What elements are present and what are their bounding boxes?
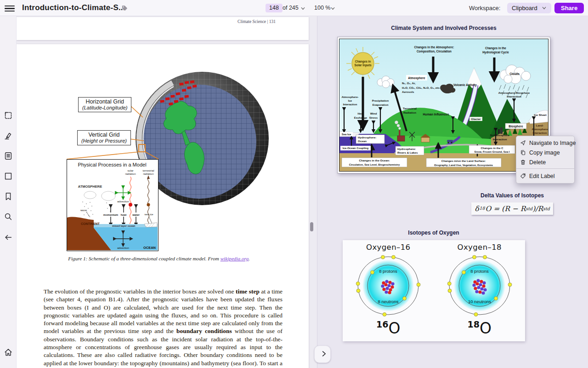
page-chevron-down-icon[interactable] — [300, 6, 305, 11]
physical-processes-box: Physical Processes in a Model solar radi… — [67, 159, 158, 251]
svg-text:Aerosols: Aerosols — [402, 90, 414, 93]
svg-text:Orography, Land Use, Vegetatio: Orography, Land Use, Vegetation, Ecosyst… — [434, 164, 493, 167]
document-title: Introduction-to-Climate-S... — [22, 3, 125, 12]
clip-image-delta-formula[interactable]: δ18O = (R − Rstd)/Rstd — [471, 202, 553, 215]
svg-text:Atmosphere: Atmosphere — [531, 128, 548, 131]
svg-text:OCEAN: OCEAN — [143, 246, 156, 250]
svg-text:Hydrosphere:: Hydrosphere: — [358, 136, 376, 139]
svg-text:Evaporation: Evaporation — [373, 104, 389, 106]
pdf-viewport: Climate Science | 131 — [17, 16, 317, 368]
svg-text:8 protons: 8 protons — [470, 269, 489, 274]
menu-icon[interactable] — [5, 4, 15, 12]
svg-text:Snow, Frozen Ground, Sea I: Snow, Frozen Ground, Sea I — [475, 150, 510, 153]
svg-text:mixed layer ocean: mixed layer ocean — [112, 224, 136, 227]
clip-image-oxygen-isotopes[interactable]: Oxygen–16 8 protons — [343, 240, 525, 341]
oxygen-16-atom: Oxygen–16 8 protons — [343, 240, 434, 341]
svg-text:Precipitation: Precipitation — [372, 99, 389, 102]
svg-text:Interaction: Interaction — [343, 103, 357, 106]
svg-text:Stress: Stress — [369, 116, 378, 119]
svg-text:Ice: Ice — [348, 99, 352, 102]
oxygen-16-symbol: 16O — [376, 319, 400, 337]
svg-text:Changes in the Ocean:: Changes in the Ocean: — [359, 159, 390, 162]
svg-text:Hydrological Cycle: Hydrological Cycle — [482, 51, 509, 54]
copy-icon — [520, 150, 526, 155]
svg-text:H₂O, CO₂, CH₄, N₂O, O₃, etc.: H₂O, CO₂, CH₄, N₂O, O₃, etc. — [402, 86, 441, 89]
image-context-menu: Navigate to Image Copy image Delete Edit… — [516, 136, 575, 184]
svg-text:Terrestrial: Terrestrial — [403, 107, 417, 110]
tag-icon[interactable] — [121, 5, 128, 12]
svg-text:Interaction: Interaction — [493, 138, 507, 141]
wikipedia-link[interactable]: wikipedia.org — [220, 256, 249, 261]
share-button[interactable]: Share — [554, 3, 584, 13]
toolbar: Introduction-to-Climate-S... 148 of 245 … — [0, 0, 588, 16]
notes-button[interactable] — [2, 150, 14, 162]
workspace-value: Clipboard — [512, 5, 537, 12]
svg-text:Ocean: Ocean — [358, 139, 367, 143]
oxygen-18-symbol: 18O — [468, 319, 492, 337]
rectangle-tool-button[interactable] — [2, 171, 14, 183]
svg-text:N₂, O₂, Ar,: N₂, O₂, Ar, — [402, 81, 416, 85]
back-arrow-button[interactable] — [2, 232, 14, 244]
bookmark-button[interactable] — [2, 191, 14, 203]
svg-text:Sea Ice: Sea Ice — [342, 133, 351, 136]
highlighter-button[interactable] — [2, 130, 14, 142]
formula-delta: δ — [475, 205, 479, 213]
svg-text:Atmosphere-: Atmosphere- — [341, 96, 358, 98]
svg-text:10 neutrons: 10 neutrons — [468, 299, 491, 304]
svg-text:Changes in: Changes in — [355, 60, 371, 63]
svg-text:Hydrosphere:: Hydrosphere: — [397, 147, 416, 150]
body-paragraph: The evolution of the prognostic variable… — [44, 288, 283, 368]
clip-item-title-climate: Climate System and Involved Processes — [337, 25, 550, 31]
zoom-chevron-down-icon[interactable] — [330, 6, 335, 11]
svg-text:Changes in the: Changes in the — [485, 46, 506, 50]
clip-item-title-isotopes: Isotopes of Oxygen — [388, 230, 480, 236]
label-vertical-grid: Vertical Grid (Height or Pressure) — [77, 130, 131, 145]
page-count-label: of 245 — [283, 5, 299, 11]
svg-text:Ice-Ocean Coupling: Ice-Ocean Coupling — [343, 147, 369, 150]
svg-text:Heat: Heat — [357, 112, 363, 115]
oxygen-18-atom: Oxygen–18 8 protons 10 neutrons — [434, 240, 526, 341]
svg-text:advection: advection — [117, 200, 129, 203]
pdf-page-previous: Climate Science | 131 — [17, 17, 309, 40]
scrollbar-thumb[interactable] — [310, 222, 313, 231]
menu-item-copy-image[interactable]: Copy image — [516, 148, 574, 157]
home-button[interactable] — [2, 347, 14, 359]
svg-text:Rivers & Lakes: Rivers & Lakes — [397, 151, 418, 154]
search-button[interactable] — [2, 211, 14, 223]
svg-text:terrestrial: terrestrial — [142, 169, 154, 172]
svg-text:advection: advection — [117, 247, 129, 249]
label-tag-icon — [520, 173, 526, 179]
svg-text:Biosphere: Biosphere — [509, 125, 523, 128]
svg-text:radiation: radiation — [125, 172, 136, 175]
svg-text:Volcanic Activity: Volcanic Activity — [453, 83, 477, 87]
svg-text:Wind: Wind — [370, 112, 377, 115]
clip-item-title-delta: Delta Values of Isotopes — [466, 192, 558, 199]
svg-text:Radiation: Radiation — [403, 111, 416, 114]
svg-text:Land-: Land- — [536, 124, 543, 127]
trash-icon — [520, 159, 526, 165]
svg-text:Clouds: Clouds — [509, 72, 520, 75]
menu-item-navigate-to-image[interactable]: Navigate to Image — [516, 138, 574, 148]
workspace-label: Workspace: — [469, 5, 500, 12]
panel-expand-button[interactable] — [314, 345, 331, 363]
menu-item-delete[interactable]: Delete — [516, 157, 574, 167]
zoom-level[interactable]: 100 % — [314, 5, 330, 11]
menu-item-edit-label[interactable]: Edit Label — [516, 171, 574, 181]
page-number-input[interactable]: 148 — [266, 4, 283, 12]
screenshot-area-button[interactable] — [2, 110, 14, 122]
svg-text:solar: solar — [127, 169, 133, 172]
svg-text:Soil-Biosphere: Soil-Biosphere — [490, 134, 510, 137]
svg-text:sea ice: sea ice — [144, 213, 153, 216]
svg-text:water: water — [132, 213, 140, 216]
svg-text:8 protons: 8 protons — [379, 269, 397, 274]
navigate-icon — [520, 140, 526, 146]
svg-text:ATMOSPHERE: ATMOSPHERE — [78, 184, 102, 189]
pdf-page-current: Horizontal Grid (Latitude-Longitude) Ver… — [17, 44, 309, 368]
workspace-select[interactable]: Clipboard — [507, 3, 551, 13]
svg-text:Human Influences: Human Influences — [423, 113, 449, 116]
label-horizontal-grid: Horizontal Grid (Latitude-Longitude) — [78, 97, 131, 112]
menu-divider — [516, 168, 574, 169]
svg-text:CONTINENT: CONTINENT — [81, 222, 100, 225]
svg-text:8 neutrons: 8 neutrons — [378, 299, 399, 304]
svg-text:Circulation, Sea Level, Biogeo: Circulation, Sea Level, Biogeochemistry — [349, 163, 400, 166]
